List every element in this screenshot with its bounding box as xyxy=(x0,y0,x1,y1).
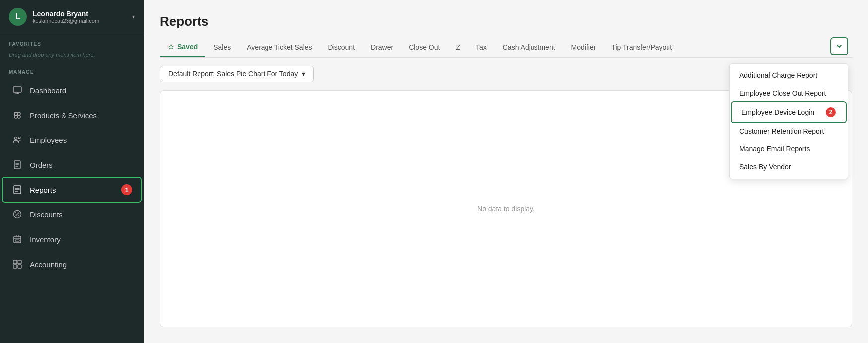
sidebar-item-label-orders: Orders xyxy=(30,161,53,169)
sidebar-item-label-dashboard: Dashboard xyxy=(30,86,66,95)
tab-discount-label: Discount xyxy=(328,43,355,51)
tab-cash-adjustment[interactable]: Cash Adjustment xyxy=(495,38,563,56)
sidebar-item-reports[interactable]: Reports 1 xyxy=(3,178,141,202)
main-content-area: Reports ☆ Saved Sales Average Ticket Sal… xyxy=(144,0,868,343)
chevron-down-icon: ▾ xyxy=(132,13,135,20)
accounting-icon xyxy=(12,259,23,270)
page-title: Reports xyxy=(160,14,852,29)
username: Leonardo Bryant xyxy=(33,10,132,18)
sidebar-item-label-reports: Reports xyxy=(30,186,56,194)
dropdown-item-manage-email[interactable]: Manage Email Reports xyxy=(730,140,848,158)
sidebar-item-label-discounts: Discounts xyxy=(30,210,63,219)
dropdown-item-additional-charge[interactable]: Additional Charge Report xyxy=(730,67,848,84)
sidebar-item-employees[interactable]: Employees xyxy=(3,128,141,152)
inventory-icon xyxy=(12,234,23,245)
dropdown-item-employee-close-out[interactable]: Employee Close Out Report xyxy=(730,84,848,102)
avatar: L xyxy=(9,8,27,26)
tab-discount[interactable]: Discount xyxy=(320,38,363,56)
sidebar: L Leonardo Bryant keskinnecati23@gmail.c… xyxy=(0,0,144,343)
dropdown-item-employee-device-login[interactable]: Employee Device Login 2 xyxy=(732,102,846,122)
tab-drawer[interactable]: Drawer xyxy=(363,38,401,56)
tab-z[interactable]: Z xyxy=(448,38,468,56)
svg-rect-14 xyxy=(13,265,17,268)
tab-close-out-label: Close Out xyxy=(409,43,440,51)
svg-rect-13 xyxy=(18,260,21,264)
user-email: keskinnecati23@gmail.com xyxy=(33,18,132,24)
manage-section-label: MANAGE xyxy=(0,63,144,78)
svg-rect-0 xyxy=(13,87,21,92)
sidebar-item-label-employees: Employees xyxy=(30,136,67,144)
sidebar-item-label-inventory: Inventory xyxy=(30,235,61,244)
svg-rect-12 xyxy=(13,260,17,264)
tab-saved[interactable]: ☆ Saved xyxy=(160,38,205,57)
tab-tax[interactable]: Tax xyxy=(468,38,495,56)
sidebar-item-orders[interactable]: Orders xyxy=(3,153,141,177)
tab-close-out[interactable]: Close Out xyxy=(401,38,448,56)
user-profile-header[interactable]: L Leonardo Bryant keskinnecati23@gmail.c… xyxy=(0,0,144,34)
sidebar-item-dashboard[interactable]: Dashboard xyxy=(3,78,141,102)
tab-tip-transfer-label: Tip Transfer/Payout xyxy=(611,43,672,51)
chevron-down-icon: ▾ xyxy=(302,70,305,78)
monitor-icon xyxy=(12,85,23,96)
sidebar-item-accounting[interactable]: Accounting xyxy=(3,252,141,276)
sidebar-item-discounts[interactable]: Discounts xyxy=(3,203,141,226)
tab-tax-label: Tax xyxy=(476,43,487,51)
orders-icon xyxy=(12,159,23,170)
svg-point-1 xyxy=(14,112,17,115)
products-icon xyxy=(12,110,23,121)
tab-z-label: Z xyxy=(456,43,460,51)
tab-drawer-label: Drawer xyxy=(371,43,393,51)
main-header: Reports ☆ Saved Sales Average Ticket Sal… xyxy=(144,0,868,58)
no-data-message: No data to display. xyxy=(477,205,534,213)
tabs-bar: ☆ Saved Sales Average Ticket Sales Disco… xyxy=(160,37,852,58)
svg-point-2 xyxy=(17,112,20,115)
default-report-button[interactable]: Default Report: Sales Pie Chart For Toda… xyxy=(160,66,314,82)
tab-average-ticket[interactable]: Average Ticket Sales xyxy=(239,38,320,56)
favorites-hint: Drag and drop any menu item here. xyxy=(0,50,144,63)
dropdown-menu: Additional Charge Report Employee Close … xyxy=(729,63,848,179)
reports-step-badge: 1 xyxy=(121,184,132,195)
tab-sales[interactable]: Sales xyxy=(205,38,239,56)
tab-tip-transfer[interactable]: Tip Transfer/Payout xyxy=(603,38,680,56)
discounts-icon xyxy=(12,209,23,220)
dropdown-step-badge: 2 xyxy=(826,107,836,117)
favorites-section-label: FAVORITES xyxy=(0,34,144,50)
tabs-more-button[interactable] xyxy=(830,37,848,55)
sidebar-item-inventory[interactable]: Inventory xyxy=(3,227,141,251)
sidebar-item-products-services[interactable]: Products & Services xyxy=(3,103,141,127)
default-report-label: Default Report: Sales Pie Chart For Toda… xyxy=(168,70,298,78)
svg-point-3 xyxy=(14,115,17,118)
dropdown-item-customer-retention[interactable]: Customer Retention Report xyxy=(730,122,848,140)
svg-rect-11 xyxy=(15,240,19,241)
tab-cash-adjustment-label: Cash Adjustment xyxy=(503,43,555,51)
employees-icon xyxy=(12,135,23,145)
sidebar-item-label-products: Products & Services xyxy=(30,111,97,120)
dropdown-item-sales-by-vendor[interactable]: Sales By Vendor xyxy=(730,158,848,176)
tab-modifier-label: Modifier xyxy=(571,43,596,51)
svg-point-6 xyxy=(18,137,20,139)
star-icon: ☆ xyxy=(168,43,174,51)
reports-icon xyxy=(12,184,23,195)
tab-saved-label: Saved xyxy=(177,43,198,51)
user-info: Leonardo Bryant keskinnecati23@gmail.com xyxy=(33,10,132,24)
svg-rect-15 xyxy=(18,265,21,268)
tab-average-ticket-label: Average Ticket Sales xyxy=(247,43,312,51)
sidebar-item-label-accounting: Accounting xyxy=(30,260,67,269)
tab-modifier[interactable]: Modifier xyxy=(563,38,604,56)
svg-point-5 xyxy=(15,137,17,140)
svg-point-4 xyxy=(17,115,20,118)
tab-sales-label: Sales xyxy=(213,43,231,51)
